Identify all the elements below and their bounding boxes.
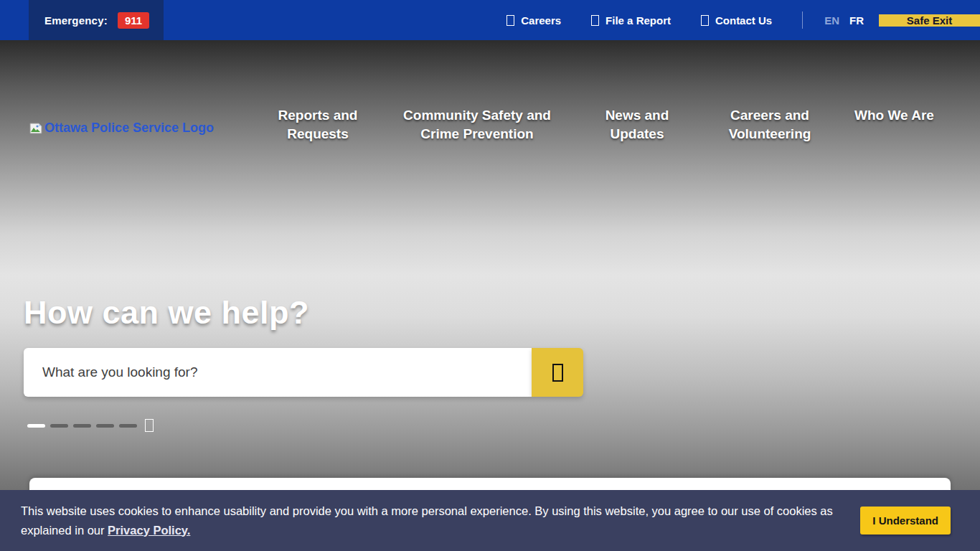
file-a-report-link[interactable]: File a Report: [591, 14, 671, 27]
logo-alt-text: Ottawa Police Service Logo: [44, 121, 214, 136]
language-toggle-fr[interactable]: FR: [849, 14, 864, 27]
nav-item-reports-and-requests[interactable]: Reports and Requests: [260, 106, 375, 143]
search-icon: [552, 364, 563, 382]
search-button[interactable]: [532, 348, 583, 397]
emergency-number-badge: 911: [118, 12, 149, 29]
carousel-indicator-1[interactable]: [27, 424, 45, 428]
carousel-indicator-4[interactable]: [96, 424, 114, 428]
contact-icon: [701, 15, 709, 26]
carousel-controls: [27, 419, 154, 432]
pause-icon[interactable]: [145, 419, 154, 432]
contact-us-link-label: Contact Us: [715, 14, 772, 27]
nav-item-community-safety[interactable]: Community Safety and Crime Prevention: [393, 106, 561, 143]
topbar-links: Careers File a Report Contact Us EN FR S…: [507, 0, 980, 40]
language-divider: [802, 11, 803, 29]
hero-heading: How can we help?: [24, 294, 309, 331]
file-a-report-link-label: File a Report: [606, 14, 671, 27]
nav-item-careers-and-volunteering[interactable]: Careers and Volunteering: [707, 106, 833, 143]
emergency-label: Emergency:: [44, 14, 108, 27]
language-toggle-en[interactable]: EN: [824, 14, 839, 27]
cookie-consent-banner: This website uses cookies to enhance usa…: [0, 490, 980, 551]
carousel-indicator-5[interactable]: [119, 424, 137, 428]
carousel-indicator-2[interactable]: [50, 424, 68, 428]
contact-us-link[interactable]: Contact Us: [701, 14, 772, 27]
carousel-indicator-3[interactable]: [73, 424, 91, 428]
home-logo-link[interactable]: Ottawa Police Service Logo: [29, 121, 214, 136]
top-utility-bar: Emergency: 911 Careers File a Report Con…: [0, 0, 980, 40]
cookie-message: This website uses cookies to enhance usa…: [21, 501, 843, 540]
file-report-icon: [591, 15, 599, 26]
careers-icon: [507, 15, 514, 26]
privacy-policy-link[interactable]: Privacy Policy.: [108, 524, 190, 537]
safe-exit-button[interactable]: Safe Exit: [879, 14, 980, 27]
search-input[interactable]: [24, 348, 532, 397]
nav-item-news-and-updates[interactable]: News and Updates: [580, 106, 694, 143]
careers-link-label: Careers: [521, 14, 561, 27]
i-understand-button[interactable]: I Understand: [860, 507, 951, 534]
site-search: [24, 348, 583, 397]
emergency-notice: Emergency: 911: [29, 0, 164, 40]
broken-image-icon: [29, 123, 42, 134]
main-navigation: Ottawa Police Service Logo Reports and R…: [0, 40, 980, 133]
careers-link[interactable]: Careers: [507, 14, 561, 27]
nav-item-who-we-are[interactable]: Who We Are: [847, 106, 942, 125]
